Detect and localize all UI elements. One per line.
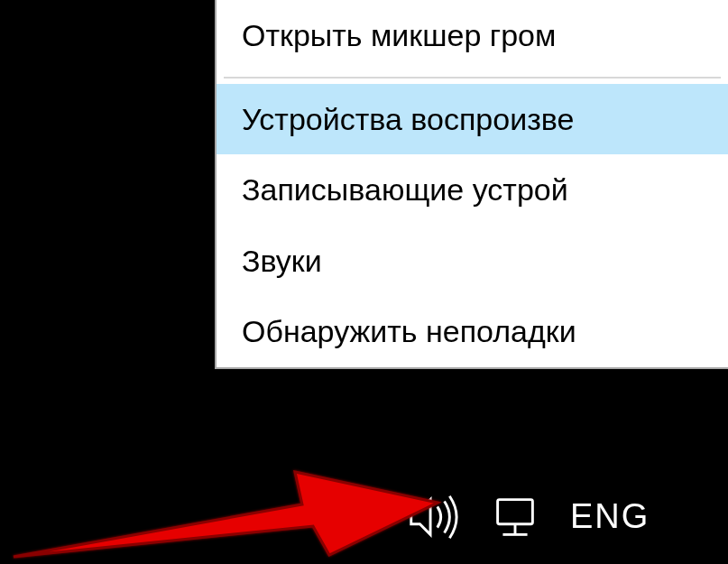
language-indicator[interactable]: ENG — [570, 497, 650, 536]
svg-rect-0 — [498, 499, 533, 523]
taskbar: ENG — [0, 469, 728, 564]
menu-item-recording-devices[interactable]: Записывающие устрой — [217, 154, 728, 226]
menu-item-open-mixer[interactable]: Открыть микшер гром — [217, 0, 728, 71]
menu-item-troubleshoot[interactable]: Обнаружить неполадки — [217, 296, 728, 367]
menu-item-playback-devices[interactable]: Устройства воспроизве — [217, 84, 728, 155]
menu-item-sounds[interactable]: Звуки — [217, 226, 728, 297]
volume-icon[interactable] — [404, 489, 460, 545]
network-icon[interactable] — [487, 489, 543, 545]
volume-context-menu: Открыть микшер гром Устройства воспроизв… — [215, 0, 728, 369]
menu-separator — [224, 77, 721, 79]
